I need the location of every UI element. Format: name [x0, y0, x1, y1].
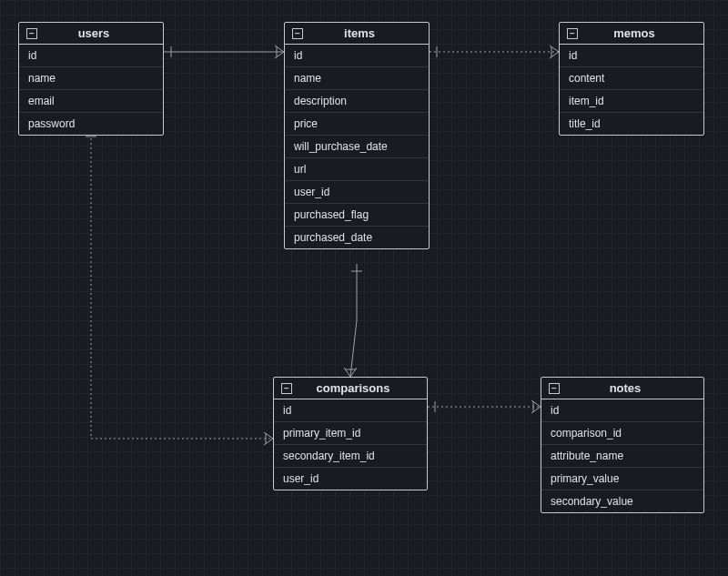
svg-line-20: [531, 400, 541, 407]
svg-line-2: [275, 45, 284, 52]
entity-header[interactable]: − memos: [560, 23, 703, 45]
field[interactable]: item_id: [560, 90, 703, 113]
svg-line-21: [531, 407, 541, 413]
svg-line-12: [350, 368, 357, 377]
entity-users[interactable]: − users id name email password: [18, 22, 164, 136]
field[interactable]: id: [541, 399, 703, 422]
collapse-icon[interactable]: −: [292, 28, 303, 39]
entity-title: memos: [585, 26, 696, 40]
field[interactable]: id: [19, 45, 163, 67]
svg-line-15: [264, 432, 273, 439]
field[interactable]: price: [285, 113, 429, 136]
entity-title: comparisons: [299, 381, 420, 395]
field[interactable]: attribute_name: [541, 445, 703, 468]
svg-line-7: [550, 45, 559, 52]
entity-items[interactable]: − items id name description price will_p…: [284, 22, 430, 249]
field[interactable]: purchased_flag: [285, 204, 429, 227]
svg-line-11: [344, 368, 350, 377]
entity-header[interactable]: − comparisons: [274, 378, 427, 399]
field[interactable]: purchased_date: [285, 227, 429, 248]
field[interactable]: name: [285, 67, 429, 90]
field[interactable]: user_id: [274, 468, 427, 490]
entity-header[interactable]: − items: [285, 23, 429, 45]
field[interactable]: name: [19, 67, 163, 90]
field[interactable]: primary_value: [541, 468, 703, 490]
field[interactable]: will_purchase_date: [285, 136, 429, 158]
field[interactable]: id: [285, 45, 429, 67]
field[interactable]: id: [274, 399, 427, 422]
svg-line-3: [275, 52, 284, 58]
entity-memos[interactable]: − memos id content item_id title_id: [559, 22, 704, 136]
field[interactable]: description: [285, 90, 429, 113]
field[interactable]: id: [560, 45, 703, 67]
entity-title: users: [45, 26, 156, 40]
entity-header[interactable]: − notes: [541, 378, 703, 399]
field[interactable]: url: [285, 158, 429, 181]
field[interactable]: primary_item_id: [274, 422, 427, 445]
field[interactable]: secondary_item_id: [274, 445, 427, 468]
field[interactable]: secondary_value: [541, 490, 703, 512]
entity-title: items: [310, 26, 421, 40]
collapse-icon[interactable]: −: [281, 383, 292, 394]
entity-title: notes: [567, 381, 696, 395]
field[interactable]: email: [19, 90, 163, 113]
entity-header[interactable]: − users: [19, 23, 163, 45]
collapse-icon[interactable]: −: [567, 28, 578, 39]
field[interactable]: title_id: [560, 113, 703, 135]
svg-line-8: [550, 52, 559, 58]
field[interactable]: comparison_id: [541, 422, 703, 445]
field[interactable]: password: [19, 113, 163, 135]
field[interactable]: content: [560, 67, 703, 90]
collapse-icon[interactable]: −: [549, 383, 560, 394]
entity-comparisons[interactable]: − comparisons id primary_item_id seconda…: [273, 377, 428, 490]
svg-line-16: [264, 439, 273, 445]
field[interactable]: user_id: [285, 181, 429, 204]
entity-notes[interactable]: − notes id comparison_id attribute_name …: [541, 377, 704, 513]
collapse-icon[interactable]: −: [26, 28, 37, 39]
